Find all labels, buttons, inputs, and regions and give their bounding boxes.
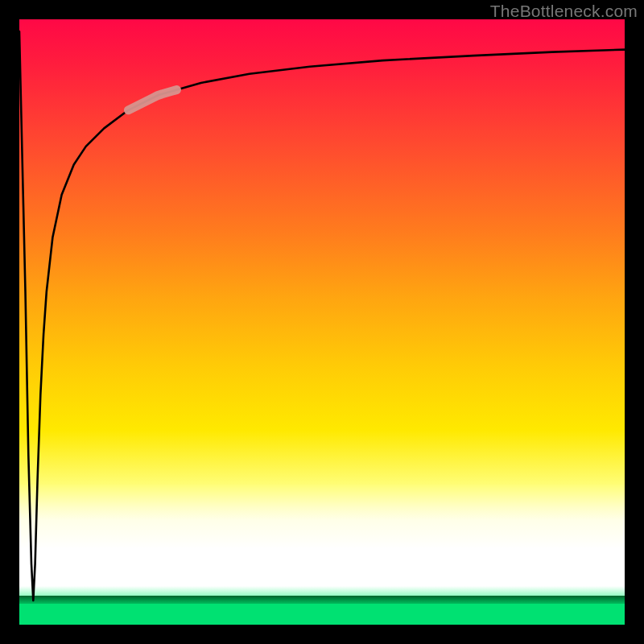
chart-frame: TheBottleneck.com: [0, 0, 644, 644]
bottleneck-curve: [19, 19, 625, 625]
plot-area: [19, 19, 625, 625]
attribution-label: TheBottleneck.com: [490, 2, 638, 21]
highlight-segment: [128, 90, 176, 110]
